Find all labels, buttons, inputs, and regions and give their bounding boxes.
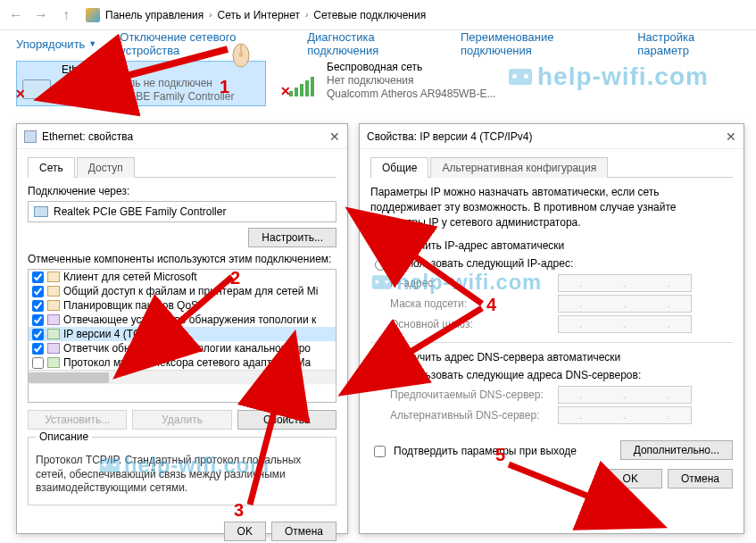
command-bar: Упорядочить ▼ Отключение сетевого устрой… <box>0 30 756 57</box>
component-checkbox[interactable] <box>32 357 44 369</box>
client-icon <box>47 272 60 282</box>
rename-button[interactable]: Переименование подключения <box>461 30 614 57</box>
connection-name: Ethernet <box>62 63 234 77</box>
ok-button[interactable]: OK <box>224 522 266 541</box>
radio-input[interactable] <box>375 371 386 382</box>
component-checkbox[interactable] <box>32 329 44 340</box>
close-icon[interactable]: ✕ <box>726 129 736 144</box>
ip-auto-radio[interactable]: Получить IP-адрес автоматически <box>370 238 733 253</box>
connection-name: Беспроводная сеть <box>327 61 495 74</box>
connection-status: Нет подключения <box>327 74 495 88</box>
protocol-icon <box>47 329 60 339</box>
connection-status: Сетевой кабель не подключен <box>62 77 234 90</box>
tabs: Общие Альтернативная конфигурация <box>370 156 733 178</box>
properties-button[interactable]: Свойства <box>237 410 336 430</box>
adapter-name: Realtek PCIe GBE Family Controller <box>54 205 226 218</box>
close-icon[interactable]: ✕ <box>329 129 340 144</box>
description-legend: Описание <box>36 430 92 443</box>
scrollbar-thumb[interactable] <box>29 372 109 383</box>
explorer-toolbar: ← → ↑ Панель управления › Сеть и Интерне… <box>0 0 756 30</box>
component-checkbox[interactable] <box>32 300 44 312</box>
dns-alternate-input: ... <box>558 406 692 424</box>
checkbox-input[interactable] <box>374 446 386 457</box>
protocol-icon <box>47 357 60 368</box>
component-item: Клиент для сетей Microsoft <box>29 270 336 284</box>
tab-alt-config[interactable]: Альтернативная конфигурация <box>430 157 608 178</box>
dns-preferred-input: ... <box>558 386 692 404</box>
connection-device: Realtek PCIe GBE Family Controller <box>62 90 234 104</box>
nav-back-icon[interactable]: ← <box>5 4 27 26</box>
radio-input[interactable] <box>375 241 386 253</box>
driver-icon <box>47 314 60 325</box>
cancel-button[interactable]: Отмена <box>668 469 733 489</box>
error-x-icon: ✕ <box>280 84 291 98</box>
tab-general[interactable]: Общие <box>370 157 428 178</box>
description-group: Описание Протокол TCP/IP. Стандартный пр… <box>28 437 336 505</box>
radio-input[interactable] <box>375 353 386 364</box>
tab-network[interactable]: Сеть <box>28 157 75 178</box>
service-icon <box>47 300 60 311</box>
breadcrumb-l2[interactable]: Сеть и Интернет <box>218 9 300 21</box>
component-checkbox[interactable] <box>32 272 44 283</box>
dns-manual-radio[interactable]: Использовать следующие адреса DNS-сервер… <box>370 368 733 382</box>
confirm-on-exit-checkbox[interactable]: Подтвердить параметры при выходе <box>370 443 577 460</box>
subnet-mask-input: ... <box>558 295 692 313</box>
disable-device-button[interactable]: Отключение сетевого устройства <box>120 30 284 57</box>
component-item: Протокол мультиплексора сетевого адаптер… <box>29 355 336 370</box>
radio-input[interactable] <box>375 259 386 271</box>
component-checkbox[interactable] <box>32 286 44 297</box>
chevron-right-icon: › <box>305 10 308 20</box>
description-text: Протокол TCP/IP. Стандартный протокол гл… <box>36 454 328 496</box>
nav-up-icon[interactable]: ↑ <box>55 4 77 26</box>
dialog-titlebar: Ethernet: свойства ✕ <box>17 124 347 149</box>
subnet-mask-label: Маска подсети: <box>390 297 551 310</box>
component-item: Общий доступ к файлам и принтерам для се… <box>29 284 336 298</box>
ip-address-input: ... <box>558 274 692 292</box>
control-panel-icon <box>86 8 100 22</box>
wifi-icon: ✕ <box>284 61 320 96</box>
adapter-icon <box>34 206 48 217</box>
diagnose-button[interactable]: Диагностика подключения <box>307 30 437 57</box>
ip-address-label: IP-адрес: <box>390 277 551 289</box>
gateway-label: Основной шлюз: <box>390 318 551 330</box>
component-item: Отвечающее устройство обнаружения тополо… <box>29 313 336 327</box>
remove-button[interactable]: Удалить <box>132 410 231 430</box>
nav-forward-icon[interactable]: → <box>30 4 52 26</box>
service-icon <box>47 286 60 297</box>
dialog-title: Свойства: IP версии 4 (TCP/IPv4) <box>367 130 533 143</box>
connections-pane: ✕ Ethernet Сетевой кабель не подключен R… <box>0 57 756 115</box>
ip-manual-radio[interactable]: Использовать следующий IP-адрес: <box>370 256 733 271</box>
cancel-button[interactable]: Отмена <box>271 522 336 541</box>
ok-button[interactable]: OK <box>599 469 662 489</box>
tab-access[interactable]: Доступ <box>77 157 135 178</box>
component-checkbox[interactable] <box>32 314 44 326</box>
dialog-titlebar: Свойства: IP версии 4 (TCP/IPv4) ✕ <box>360 124 744 149</box>
component-checkbox[interactable] <box>32 343 44 355</box>
settings-button[interactable]: Настройка параметр <box>637 30 740 57</box>
driver-icon <box>47 343 60 354</box>
connection-ethernet[interactable]: ✕ Ethernet Сетевой кабель не подключен R… <box>16 61 266 106</box>
component-item: Планировщик пакетов QoS <box>29 298 336 313</box>
adapter-field: Realtek PCIe GBE Family Controller <box>28 201 336 222</box>
network-icon <box>24 130 37 143</box>
components-list[interactable]: Клиент для сетей Microsoft Общий доступ … <box>28 269 336 403</box>
tabs: Сеть Доступ <box>28 156 336 178</box>
breadcrumb-l3[interactable]: Сетевые подключения <box>313 9 426 21</box>
configure-button[interactable]: Настроить... <box>248 228 336 247</box>
breadcrumb[interactable]: Панель управления › Сеть и Интернет › Се… <box>86 8 426 22</box>
dns-alternate-label: Альтернативный DNS-сервер: <box>390 409 551 422</box>
chevron-right-icon: › <box>209 10 212 20</box>
dns-preferred-label: Предпочитаемый DNS-сервер: <box>390 388 551 401</box>
dns-auto-radio[interactable]: Получить адрес DNS-сервера автоматически <box>370 350 733 364</box>
dialog-title: Ethernet: свойства <box>42 130 133 143</box>
advanced-button[interactable]: Дополнительно... <box>620 440 733 460</box>
connect-via-label: Подключение через: <box>28 185 336 197</box>
organize-menu[interactable]: Упорядочить ▼ <box>16 38 96 51</box>
breadcrumb-root[interactable]: Панель управления <box>105 9 204 21</box>
install-button[interactable]: Установить... <box>28 410 127 430</box>
connection-wifi[interactable]: ✕ Беспроводная сеть Нет подключения Qual… <box>284 61 534 106</box>
ethernet-properties-dialog: Ethernet: свойства ✕ Сеть Доступ Подключ… <box>16 123 348 534</box>
info-text: Параметры IP можно назначать автоматичес… <box>370 185 733 230</box>
horizontal-scrollbar[interactable] <box>29 370 336 384</box>
organize-label: Упорядочить <box>16 38 85 51</box>
